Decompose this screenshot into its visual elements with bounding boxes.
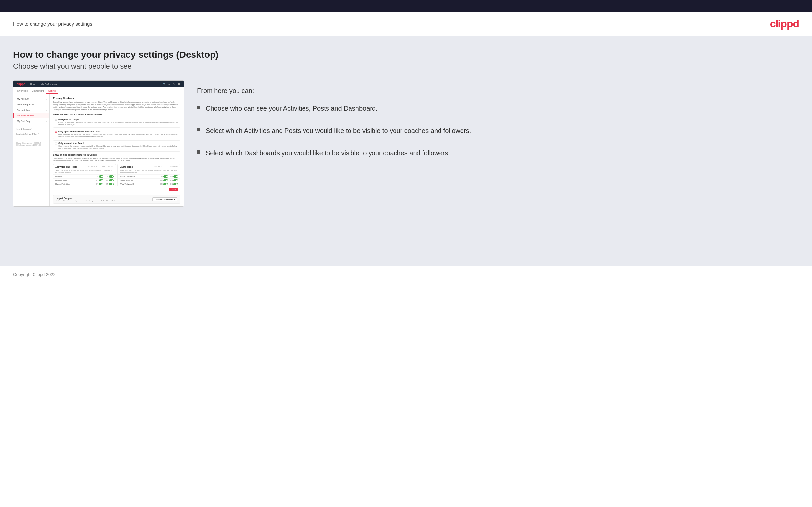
bullet-text-1: Choose who can see your Activities, Post… bbox=[206, 104, 378, 113]
copyright: Copyright Clippd 2022 bbox=[13, 272, 55, 277]
chevron-right-icon: › bbox=[46, 109, 47, 111]
chevron-right-icon: › bbox=[46, 104, 47, 106]
dashboards-desc: Select the types of activity that you'd … bbox=[117, 169, 180, 174]
mockup-nav-home: Home bbox=[30, 83, 37, 85]
logo: clippd bbox=[770, 18, 799, 30]
visit-community-button[interactable]: Visit Our Community ↗ bbox=[152, 197, 177, 202]
toggle-row-manual: Manual Activities ON ON bbox=[53, 182, 116, 186]
show-hide-title: Show or hide specific features in Clippd bbox=[53, 154, 180, 156]
followers-col-label-2: FOLLOWERS bbox=[166, 166, 178, 168]
page-heading: How to change your privacy settings (Des… bbox=[13, 50, 799, 60]
sidebar-divider bbox=[13, 125, 49, 125]
bullets-col: From here you can: Choose who can see yo… bbox=[197, 80, 799, 158]
bullet-item-3: Select which Dashboards you would like t… bbox=[197, 148, 799, 158]
tab-settings[interactable]: Settings bbox=[46, 89, 58, 94]
sidebar-item-golf-bag[interactable]: My Golf Bag › bbox=[13, 118, 49, 124]
dashboards-col: Dashboards COACHES FOLLOWERS Select the … bbox=[117, 164, 180, 186]
chevron-right-icon: › bbox=[46, 120, 47, 122]
toggle-row-rounds: Rounds ON ON bbox=[53, 174, 116, 178]
chevron-right-icon: › bbox=[46, 98, 47, 100]
sidebar-item-account[interactable]: My Account › bbox=[13, 96, 49, 102]
drills-followers-toggle[interactable] bbox=[109, 179, 114, 181]
player-dash-coaches-toggle[interactable] bbox=[163, 175, 168, 177]
rounds-coaches-toggle[interactable] bbox=[99, 175, 103, 177]
rounds-followers-toggle[interactable] bbox=[109, 175, 114, 177]
sidebar-item-subscription[interactable]: Subscription › bbox=[13, 107, 49, 113]
radio-coach-only[interactable]: Only You and Your Coach Only you and the… bbox=[53, 140, 180, 151]
player-dash-followers-toggle[interactable] bbox=[173, 175, 178, 177]
content-columns: clippd Home My Performance 🔍 ☷ ⛭ My Prof… bbox=[13, 80, 799, 207]
manual-coaches-toggle[interactable] bbox=[99, 183, 103, 185]
mockup-nav-right: 🔍 ☷ ⛭ bbox=[163, 83, 180, 85]
round-insights-followers-toggle[interactable] bbox=[173, 179, 178, 181]
mockup-sidebar: My Account › Data Integrations › Subscri… bbox=[13, 94, 50, 207]
bullet-list: Choose who can see your Activities, Post… bbox=[197, 104, 799, 158]
tab-my-profile[interactable]: My Profile bbox=[15, 89, 30, 94]
main-content: How to change your privacy settings (Des… bbox=[0, 37, 812, 266]
version-info: Clippd Client Version: 2022.8.2SQL Serve… bbox=[13, 139, 49, 149]
tab-connections[interactable]: Connections bbox=[30, 89, 46, 94]
radio-everyone[interactable]: Everyone on Clippd Everyone on Clippd ca… bbox=[53, 117, 180, 128]
bullet-item-2: Select which Activities and Posts you wo… bbox=[197, 126, 799, 135]
header-title: How to change your privacy settings bbox=[13, 21, 92, 26]
activities-posts-desc: Select the types of activity that you'd … bbox=[53, 169, 116, 174]
mockup: clippd Home My Performance 🔍 ☷ ⛭ My Prof… bbox=[13, 80, 184, 207]
radio-everyone-input[interactable] bbox=[55, 119, 57, 121]
help-title: Help & Support bbox=[56, 197, 119, 199]
radio-group: Everyone on Clippd Everyone on Clippd ca… bbox=[53, 117, 180, 152]
grid-icon: ☷ bbox=[168, 83, 170, 85]
sidebar-privacy[interactable]: Service & Privacy Policy ↗ bbox=[13, 131, 49, 136]
activities-posts-col: Activities and Posts COACHES FOLLOWERS S… bbox=[53, 164, 116, 186]
bullets-intro: From here you can: bbox=[197, 87, 799, 95]
bullet-text-2: Select which Activities and Posts you wo… bbox=[206, 126, 471, 135]
toggle-row-what-to-work: What To Work On ON ON bbox=[117, 182, 180, 186]
save-button[interactable]: Save bbox=[168, 188, 179, 191]
search-icon: 🔍 bbox=[163, 83, 165, 85]
bullet-text-3: Select which Dashboards you would like t… bbox=[206, 148, 450, 158]
screenshot-col: clippd Home My Performance 🔍 ☷ ⛭ My Prof… bbox=[13, 80, 184, 207]
what-to-work-followers-toggle[interactable] bbox=[173, 183, 178, 185]
toggle-columns: Activities and Posts COACHES FOLLOWERS S… bbox=[53, 164, 180, 186]
radio-followers-input[interactable] bbox=[55, 130, 57, 133]
mockup-body: My Account › Data Integrations › Subscri… bbox=[13, 94, 184, 207]
round-insights-coaches-toggle[interactable] bbox=[163, 179, 168, 181]
privacy-controls-title: Privacy Controls bbox=[53, 97, 180, 100]
avatar-icon bbox=[178, 83, 180, 85]
mockup-logo: clippd bbox=[17, 82, 26, 86]
page-subheading: Choose what you want people to see bbox=[13, 62, 799, 70]
mockup-tabs: My Profile Connections Settings bbox=[13, 87, 184, 94]
mockup-nav-performance: My Performance bbox=[41, 83, 57, 85]
help-section: Help & Support Visit our Clippd communit… bbox=[53, 195, 180, 204]
who-can-see-title: Who Can See Your Activities and Dashboar… bbox=[53, 113, 180, 115]
bullet-marker-3 bbox=[197, 150, 200, 154]
bullet-item-1: Choose who can see your Activities, Post… bbox=[197, 104, 799, 113]
save-row: Save bbox=[53, 186, 180, 192]
privacy-controls-desc: Control how you and your data appears to… bbox=[53, 101, 180, 111]
drills-coaches-toggle[interactable] bbox=[99, 179, 103, 181]
header: How to change your privacy settings clip… bbox=[0, 12, 812, 36]
bullet-marker-2 bbox=[197, 128, 200, 131]
coaches-col-label-2: COACHES bbox=[153, 166, 162, 168]
followers-col-label: FOLLOWERS bbox=[102, 166, 114, 168]
radio-followers[interactable]: Only Approved Followers and Your Coach O… bbox=[53, 129, 180, 139]
what-to-work-coaches-toggle[interactable] bbox=[163, 183, 168, 185]
chevron-right-icon: › bbox=[46, 115, 47, 117]
toggle-row-drills: Practice Drills ON ON bbox=[53, 178, 116, 182]
help-desc: Visit our Clippd community to troublesho… bbox=[56, 200, 119, 202]
sidebar-item-privacy[interactable]: Privacy Controls › bbox=[13, 113, 49, 118]
settings-icon: ⛭ bbox=[173, 83, 175, 85]
manual-followers-toggle[interactable] bbox=[109, 183, 114, 185]
mockup-navbar: clippd Home My Performance 🔍 ☷ ⛭ bbox=[13, 81, 184, 87]
toggle-row-round-insights: Round Insights ON ON bbox=[117, 178, 180, 182]
top-bar bbox=[0, 0, 812, 12]
mockup-main-panel: Privacy Controls Control how you and you… bbox=[50, 94, 184, 207]
bullet-marker-1 bbox=[197, 106, 200, 109]
sidebar-item-data[interactable]: Data Integrations › bbox=[13, 102, 49, 107]
dashboards-title: Dashboards bbox=[119, 166, 153, 168]
activities-posts-title: Activities and Posts bbox=[55, 166, 88, 168]
sidebar-help[interactable]: Help & Support ↗ bbox=[13, 126, 49, 131]
show-hide-desc: Regardless of the privacy controls that … bbox=[53, 157, 180, 162]
coaches-col-label: COACHES bbox=[88, 166, 97, 168]
radio-coach-only-input[interactable] bbox=[55, 143, 57, 145]
footer: Copyright Clippd 2022 bbox=[0, 266, 812, 283]
